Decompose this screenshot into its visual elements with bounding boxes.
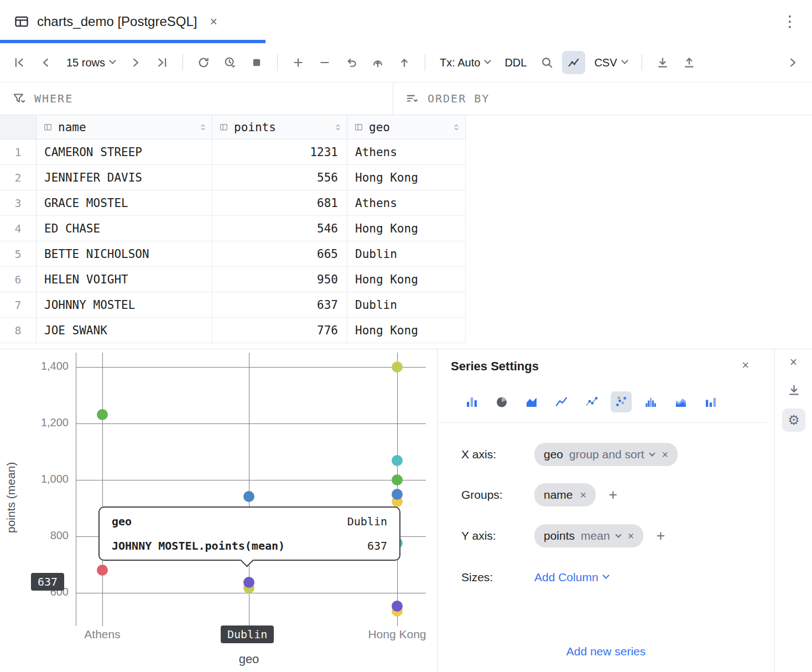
column-header-name[interactable]: name [37, 115, 212, 139]
page-size-selector[interactable]: 15 rows [61, 51, 121, 74]
row-number-cell[interactable]: 8 [0, 318, 37, 343]
cell-points[interactable]: 637 [212, 292, 347, 317]
delete-row-button[interactable] [313, 51, 336, 74]
cell-points[interactable]: 556 [212, 165, 347, 190]
cell-geo[interactable]: Athens [347, 190, 466, 215]
cell-geo[interactable]: Hong Kong [347, 216, 466, 241]
chart-type-histogram-button[interactable] [641, 391, 662, 412]
cell-name[interactable]: BETTE NICHOLSON [37, 241, 212, 266]
chart-type-column-button[interactable] [700, 391, 721, 412]
auto-refresh-button[interactable] [218, 51, 242, 74]
cell-geo[interactable]: Hong Kong [347, 318, 466, 343]
chart-type-point-line-button[interactable] [581, 391, 602, 412]
cell-points[interactable]: 950 [212, 267, 347, 292]
row-number-cell[interactable]: 7 [0, 292, 37, 317]
column-header-points[interactable]: points [212, 115, 347, 139]
chart-type-pie-button[interactable] [491, 391, 512, 412]
previous-row-button[interactable] [34, 51, 58, 74]
refresh-button[interactable] [192, 51, 215, 74]
cell-geo[interactable]: Dublin [347, 241, 466, 266]
chart-type-line-button[interactable] [551, 391, 572, 412]
chart-type-stacked-area-button[interactable] [670, 391, 691, 412]
row-number-cell[interactable]: 6 [0, 267, 37, 292]
tab-charts-demo[interactable]: charts_demo [PostgreSQL] × [0, 0, 266, 43]
column-header-geo[interactable]: geo [347, 115, 466, 139]
chart-type-bar-button[interactable] [461, 391, 482, 412]
chart-point[interactable] [392, 489, 403, 500]
toolbar-overflow-button[interactable] [781, 51, 804, 74]
order-by-label: ORDER BY [428, 92, 490, 105]
cell-geo[interactable]: Hong Kong [347, 165, 466, 190]
row-number-cell[interactable]: 4 [0, 216, 37, 241]
cell-name[interactable]: JENNIFER DAVIS [37, 165, 212, 190]
tab-close-icon[interactable]: × [210, 14, 217, 29]
first-row-icon [13, 56, 25, 69]
row-number-cell[interactable]: 5 [0, 241, 37, 266]
export-format-selector[interactable]: CSV [589, 51, 632, 74]
add-group-button[interactable]: + [603, 485, 622, 504]
chart-point[interactable] [97, 565, 108, 576]
upload-button[interactable] [393, 51, 416, 74]
row-number-cell[interactable]: 3 [0, 190, 37, 215]
groups-column-pill[interactable]: name × [534, 483, 596, 506]
sort-toggle-icon[interactable] [452, 123, 461, 132]
remove-x-axis-icon[interactable]: × [662, 448, 668, 461]
order-by-filter[interactable]: ORDER BY [393, 82, 502, 115]
cell-geo[interactable]: Hong Kong [347, 267, 466, 292]
ddl-button[interactable]: DDL [499, 51, 532, 74]
cell-name[interactable]: HELEN VOIGHT [37, 267, 212, 292]
cell-points[interactable]: 776 [212, 318, 347, 343]
stop-button[interactable] [245, 51, 268, 74]
remove-y-axis-icon[interactable]: × [628, 530, 634, 542]
chevron-down-icon[interactable] [649, 450, 655, 456]
next-row-button[interactable] [124, 51, 147, 74]
chevron-down-icon[interactable] [615, 531, 621, 537]
chart-point[interactable] [243, 577, 254, 588]
cell-geo[interactable]: Dublin [347, 292, 466, 317]
tx-mode-selector[interactable]: Tx: Auto [434, 51, 496, 74]
x-axis-column-pill[interactable]: geo group and sort × [534, 443, 678, 466]
cell-points[interactable]: 1231 [212, 139, 347, 164]
export-data-button[interactable] [651, 51, 674, 74]
undo-button[interactable] [340, 51, 363, 74]
chart-settings-button[interactable]: ⚙ [782, 409, 805, 432]
chart-point[interactable] [243, 491, 254, 502]
close-series-settings-icon[interactable]: × [742, 358, 749, 373]
y-axis-column-pill[interactable]: points mean × [534, 524, 643, 547]
last-row-button[interactable] [150, 51, 174, 74]
remove-group-icon[interactable]: × [580, 489, 587, 502]
add-new-series-button[interactable]: Add new series [438, 645, 774, 658]
cell-points[interactable]: 665 [212, 241, 347, 266]
close-chart-icon[interactable]: × [775, 355, 812, 370]
cell-name[interactable]: CAMERON STREEP [37, 139, 212, 164]
chart-point[interactable] [392, 474, 403, 485]
search-button[interactable] [535, 51, 559, 74]
row-number-cell[interactable]: 1 [0, 139, 37, 164]
chart-type-scatter-button[interactable] [611, 391, 632, 412]
cell-name[interactable]: GRACE MOSTEL [37, 190, 212, 215]
cell-geo[interactable]: Athens [347, 139, 466, 164]
add-y-axis-button[interactable]: + [651, 526, 670, 545]
submit-button[interactable] [366, 51, 389, 74]
save-chart-button[interactable] [788, 384, 800, 399]
chart-point[interactable] [97, 409, 108, 420]
chart-point[interactable] [392, 455, 403, 466]
cell-name[interactable]: ED CHASE [37, 216, 212, 241]
import-data-button[interactable] [678, 51, 701, 74]
chart-view-toggle[interactable] [562, 51, 585, 74]
where-filter[interactable]: WHERE [0, 82, 393, 115]
chart-point[interactable] [392, 361, 403, 373]
cell-name[interactable]: JOE SWANK [37, 318, 212, 343]
sizes-add-column-button[interactable]: Add Column [534, 571, 608, 584]
chart-type-area-button[interactable] [521, 391, 542, 412]
row-number-cell[interactable]: 2 [0, 165, 37, 190]
cell-points[interactable]: 546 [212, 216, 347, 241]
first-row-button[interactable] [8, 51, 31, 74]
table-corner-cell[interactable] [0, 115, 37, 139]
kebab-menu-icon[interactable]: ⋮ [782, 12, 798, 30]
cell-name[interactable]: JOHNNY MOSTEL [37, 292, 212, 317]
sort-toggle-icon[interactable] [334, 123, 342, 132]
cell-points[interactable]: 681 [212, 190, 347, 215]
sort-toggle-icon[interactable] [199, 123, 207, 132]
add-row-button[interactable] [287, 51, 310, 74]
